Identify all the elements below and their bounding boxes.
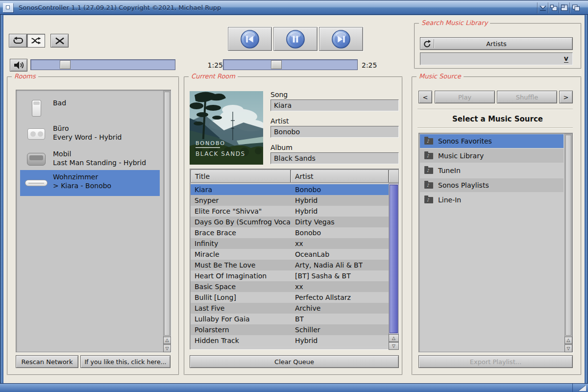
- queue-row[interactable]: Basic Spacexx: [191, 281, 389, 292]
- queue-row[interactable]: Days Go By (Scumfrog VocaDirty Vegas: [191, 217, 389, 227]
- source-shuffle-button[interactable]: Shuffle: [497, 91, 557, 103]
- queue-row[interactable]: Heart Of Imagination[BT] Sasha & BT: [191, 270, 389, 281]
- progress-slider[interactable]: [223, 59, 358, 70]
- search-category-cycle-button[interactable]: Artists: [420, 37, 573, 50]
- search-group-legend: Search Music Library: [419, 19, 490, 26]
- next-track-button[interactable]: [319, 27, 363, 51]
- source-prev-label: <: [423, 94, 428, 101]
- mute-button[interactable]: [10, 59, 27, 72]
- window-border-bottom[interactable]: [0, 383, 588, 392]
- divider: [417, 109, 573, 110]
- source-scroll-down-button[interactable]: ▽: [564, 344, 572, 352]
- window-border-right[interactable]: [585, 15, 588, 383]
- source-label: TuneIn: [438, 167, 461, 174]
- progress-knob[interactable]: [271, 60, 282, 69]
- room-item[interactable]: MobilLast Man Standing - Hybrid: [20, 147, 160, 172]
- song-value: Kiara: [274, 101, 292, 109]
- window-border-left[interactable]: [0, 15, 3, 383]
- close-button[interactable]: [3, 3, 13, 12]
- album-art-album-text: BLACK SANDS: [196, 150, 245, 157]
- source-scrollbar-thumb[interactable]: [565, 135, 571, 336]
- donate-link-button[interactable]: If you like this, click here...: [80, 355, 171, 368]
- volume-slider[interactable]: [30, 59, 175, 70]
- divider: [417, 127, 573, 128]
- source-item[interactable]: Sonos Playlists: [420, 178, 564, 192]
- queue-row[interactable]: Must Be The LoveArty, Nadia Ali & BT: [191, 260, 389, 270]
- source-play-button[interactable]: Play: [435, 91, 495, 103]
- rooms-group: Rooms △ ▽ BadBüroEvery Word - HybridMobi…: [7, 76, 179, 375]
- rescan-network-button[interactable]: Rescan Network: [16, 355, 78, 368]
- queue-row[interactable]: Bullit [Long]Perfecto Allstarz: [191, 292, 389, 303]
- queue-header-title-label: Title: [195, 172, 210, 180]
- rooms-scrollbar-thumb[interactable]: [164, 92, 170, 336]
- crossfade-button[interactable]: [50, 34, 69, 48]
- queue-table[interactable]: Title Artist KiaraBonoboSnyperHybridElit…: [190, 169, 399, 349]
- queue-row[interactable]: Hidden TrackHybrid: [191, 335, 389, 346]
- queue-row[interactable]: Last FiveArchive: [191, 303, 389, 314]
- search-input[interactable]: v: [420, 52, 573, 65]
- queue-cell-title: Kiara: [191, 186, 291, 194]
- elapsed-time: 1:25: [203, 61, 223, 69]
- source-scrollbar[interactable]: [564, 134, 572, 352]
- export-playlist-button[interactable]: Export Playlist...: [418, 355, 573, 368]
- room-item[interactable]: Bad: [20, 96, 160, 121]
- volume-knob[interactable]: [60, 60, 71, 69]
- titlebar[interactable]: SonosController 1.1 (27.09.21) Copyright…: [0, 0, 588, 15]
- repeat-button[interactable]: [9, 34, 27, 48]
- snapshot-button[interactable]: [548, 2, 559, 13]
- room-now-playing: > Kiara - Bonobo: [53, 181, 111, 190]
- source-next-button[interactable]: >: [559, 91, 573, 103]
- donate-link-label: If you like this, click here...: [84, 358, 166, 366]
- queue-scrollbar-thumb[interactable]: [390, 185, 398, 333]
- queue-row[interactable]: MiracleOceanLab: [191, 249, 389, 260]
- source-label: Sonos Favorites: [438, 137, 492, 145]
- queue-row[interactable]: KiaraBonobo: [191, 184, 389, 195]
- repeat-icon: [12, 37, 24, 45]
- music-folder-icon: [424, 197, 433, 203]
- queue-scroll-up-button[interactable]: △: [389, 334, 399, 342]
- source-item[interactable]: Line-In: [420, 193, 564, 207]
- music-source-group: Music Source < Play Shuffle > Select a M…: [412, 76, 582, 375]
- clear-queue-button[interactable]: Clear Queue: [190, 355, 399, 368]
- queue-row[interactable]: SnyperHybrid: [191, 195, 389, 206]
- music-folder-icon: [424, 182, 433, 189]
- depth-button[interactable]: [569, 2, 582, 13]
- iconify-button[interactable]: [537, 2, 548, 13]
- queue-row[interactable]: Brace BraceBonobo: [191, 227, 389, 238]
- app-window: SonosController 1.1 (27.09.21) Copyright…: [0, 0, 588, 392]
- queue-body[interactable]: KiaraBonoboSnyperHybridElite Force "Shiv…: [191, 183, 389, 349]
- room-name: Wohnzimmer: [53, 172, 111, 181]
- room-item[interactable]: BüroEvery Word - Hybrid: [20, 122, 160, 146]
- resize-handle[interactable]: [572, 384, 588, 392]
- popup-icon[interactable]: v: [564, 54, 568, 63]
- queue-header-artist[interactable]: Artist: [291, 170, 389, 183]
- source-prev-button[interactable]: <: [418, 91, 432, 103]
- source-list[interactable]: △ ▽ Sonos FavoritesMusic LibraryTuneInSo…: [418, 133, 573, 352]
- queue-row[interactable]: Infinityxx: [191, 238, 389, 249]
- queue-row[interactable]: Lullaby For GaiaBT: [191, 314, 389, 324]
- queue-scrollbar[interactable]: [389, 183, 399, 349]
- source-item[interactable]: Sonos Favorites: [420, 134, 564, 148]
- pause-button[interactable]: [273, 27, 318, 51]
- shuffle-button[interactable]: [27, 34, 45, 48]
- source-label: Sonos Playlists: [438, 181, 489, 189]
- speaker-shape: [32, 100, 41, 117]
- source-item[interactable]: Music Library: [420, 149, 564, 163]
- queue-scroll-down-button[interactable]: ▽: [389, 342, 399, 350]
- rooms-list[interactable]: △ ▽ BadBüroEvery Word - HybridMobilLast …: [16, 90, 171, 352]
- source-scroll-up-button[interactable]: △: [564, 337, 572, 344]
- rooms-scroll-down-button[interactable]: ▽: [163, 344, 171, 352]
- rooms-scrollbar[interactable]: [163, 91, 171, 352]
- search-group: Search Music Library Artists v: [414, 23, 582, 69]
- queue-row[interactable]: Elite Force "Shivva"Hybrid: [191, 206, 389, 217]
- room-item[interactable]: Wohnzimmer> Kiara - Bonobo: [20, 170, 160, 196]
- zoom-button[interactable]: [559, 2, 569, 13]
- current-room-group-legend: Current Room: [189, 73, 238, 80]
- queue-header-title[interactable]: Title: [191, 170, 291, 183]
- source-item[interactable]: TuneIn: [420, 164, 564, 177]
- queue-cell-title: Days Go By (Scumfrog Voca: [191, 218, 291, 226]
- rooms-scroll-up-button[interactable]: △: [163, 337, 171, 344]
- queue-row[interactable]: PolarsternSchiller: [191, 324, 389, 335]
- next-track-icon: [331, 29, 351, 49]
- previous-track-button[interactable]: [228, 27, 272, 51]
